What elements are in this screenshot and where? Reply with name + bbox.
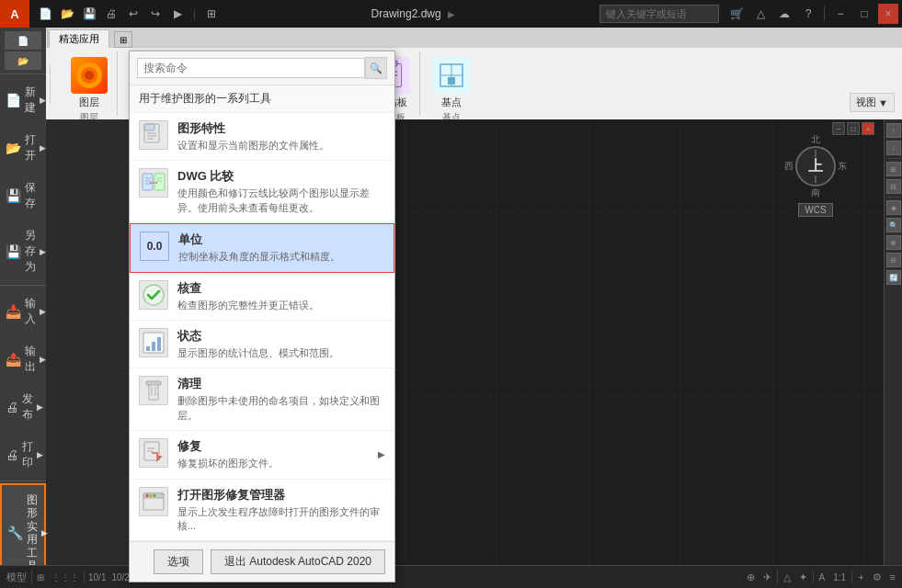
- help-btn[interactable]: ?: [798, 4, 818, 24]
- ribbon-toggle-btn[interactable]: ⊞: [114, 31, 132, 48]
- svg-rect-46: [146, 381, 161, 385]
- menu-item-purge[interactable]: 清理 删除图形中未使用的命名项目，如块定义和图层。: [130, 368, 394, 431]
- layer-tool[interactable]: 图层: [69, 55, 109, 111]
- menu-item-properties[interactable]: 图形特性 设置和显示当前图形的文件属性。: [130, 113, 394, 161]
- svg-point-56: [154, 494, 156, 497]
- minimize-btn[interactable]: −: [830, 4, 851, 24]
- audit-icon: [139, 280, 168, 310]
- units-icon: 0.0: [140, 232, 169, 261]
- rtb-btn7[interactable]: ⊕: [886, 235, 901, 250]
- close-btn[interactable]: ×: [878, 4, 898, 24]
- sidebar-top-btn1[interactable]: 📄: [5, 31, 41, 50]
- menu-item-repair-manager[interactable]: 打开图形修复管理器 显示上次发生程序故障时打开的图形文件的审核...: [130, 480, 394, 542]
- logo-text: A: [10, 7, 18, 21]
- left-sidebar: 📄 📂 📄 新建 ▶ 📂 打开 ▶ 💾 保存 💾 另存为 ▶ 📥 输入: [0, 28, 46, 588]
- cloud-btn[interactable]: ☁: [774, 4, 794, 24]
- status-ratio-btn[interactable]: 1:1: [830, 572, 849, 582]
- menu-item-units[interactable]: 0.0 单位 控制坐标及角度的显示格式和精度。: [130, 223, 394, 272]
- ribbon-group-basepoint: 基点 基点: [424, 51, 479, 116]
- status-line1[interactable]: 10/1: [86, 572, 108, 582]
- sidebar-item-save[interactable]: 💾 保存: [0, 172, 46, 220]
- exit-button[interactable]: 退出 Autodesk AutoCAD 2020: [211, 549, 385, 574]
- options-button[interactable]: 选项: [154, 549, 203, 574]
- rtb-btn3[interactable]: ⊞: [886, 162, 901, 176]
- menu-item-recover[interactable]: 修复 修复损坏的图形文件。 ▶: [130, 431, 394, 479]
- menu-item-dwg-compare[interactable]: DWG 比较 使用颜色和修订云线比较两个图形以显示差异。使用前头来查看每组更改。: [130, 161, 394, 223]
- sidebar-item-open[interactable]: 📂 打开 ▶: [0, 124, 46, 172]
- sidebar-item-new[interactable]: 📄 新建 ▶: [0, 76, 46, 124]
- sidebar-item-publish[interactable]: 🖨 发布 ▶: [0, 383, 46, 431]
- rtb-btn5[interactable]: ◈: [886, 200, 901, 215]
- drawing-minimize-btn[interactable]: −: [832, 122, 845, 135]
- new-file-btn[interactable]: 📄: [35, 4, 55, 24]
- rtb-btn8[interactable]: ⊖: [886, 253, 901, 267]
- status-measure-btn[interactable]: ✦: [796, 571, 810, 583]
- status-settings-btn[interactable]: ⚙: [870, 571, 885, 583]
- compass-south-label: 南: [811, 187, 820, 199]
- status-grid[interactable]: ⊞: [34, 572, 47, 582]
- play-btn[interactable]: ▶: [167, 4, 188, 24]
- status-annotation-btn[interactable]: A: [816, 572, 828, 582]
- compass-east-label: 东: [838, 160, 847, 173]
- svg-rect-38: [143, 174, 153, 190]
- status-scale-btn[interactable]: △: [781, 571, 794, 583]
- drawing-restore-btn[interactable]: □: [847, 122, 860, 135]
- ribbon-group-layer: 图层 图层: [62, 51, 118, 116]
- sidebar-item-import[interactable]: 📥 输入 ▶: [0, 288, 46, 335]
- tab-jingxuan[interactable]: 精选应用: [49, 29, 109, 48]
- sidebar-item-print[interactable]: 🖨 打印 ▶: [0, 431, 46, 479]
- document-title: Drawing2.dwg ▶: [227, 7, 599, 20]
- triangle-btn[interactable]: △: [750, 4, 771, 24]
- drawing-close-btn[interactable]: ×: [862, 122, 874, 135]
- basepoint-group-label: 基点: [442, 111, 461, 119]
- maximize-btn[interactable]: □: [854, 4, 874, 24]
- right-toolbar: ↑ ↓ ⊞ ⊟ ◈ 🔍 ⊕ ⊖ 🔄: [884, 119, 902, 565]
- sidebar-item-export[interactable]: 📤 输出 ▶: [0, 335, 46, 383]
- rtb-btn1[interactable]: ↑: [886, 123, 901, 138]
- svg-rect-45: [149, 383, 158, 400]
- sidebar-top-btn2[interactable]: 📂: [5, 51, 41, 70]
- status-more-btn[interactable]: ≡: [887, 571, 898, 582]
- extra-btn1[interactable]: ⊞: [201, 4, 222, 24]
- global-search-input[interactable]: [599, 5, 719, 23]
- svg-point-40: [143, 285, 164, 305]
- status-crosshair-btn[interactable]: ⊕: [744, 571, 758, 583]
- sidebar-item-saveas[interactable]: 💾 另存为 ▶: [0, 220, 46, 283]
- rtb-btn4[interactable]: ⊟: [886, 179, 901, 194]
- save-btn[interactable]: 💾: [79, 4, 99, 24]
- print-btn[interactable]: 🖨: [101, 4, 121, 24]
- undo-btn[interactable]: ↩: [123, 4, 143, 24]
- properties-file-icon: [139, 120, 168, 150]
- recover-icon: [139, 438, 168, 468]
- rtb-btn6[interactable]: 🔍: [886, 218, 901, 232]
- purge-icon: [139, 376, 168, 405]
- status-plus-btn[interactable]: +: [855, 571, 866, 582]
- rtb-btn9[interactable]: 🔄: [886, 270, 901, 285]
- view-dropdown[interactable]: 视图 ▼: [850, 93, 895, 112]
- search-button[interactable]: 🔍: [365, 57, 387, 79]
- menu-item-audit[interactable]: 核查 检查图形的完整性并更正错误。: [130, 273, 394, 321]
- status-snap[interactable]: ⋮⋮⋮: [49, 572, 82, 582]
- basepoint-label: 基点: [441, 96, 462, 109]
- layer-group-label: 图层: [80, 111, 98, 119]
- svg-point-55: [150, 494, 153, 497]
- status-nav-btn[interactable]: ✈: [760, 571, 774, 583]
- wcs-button[interactable]: WCS: [798, 203, 832, 217]
- rtb-btn2[interactable]: ↓: [886, 141, 901, 155]
- redo-btn[interactable]: ↪: [145, 4, 166, 24]
- layer-icon: [71, 57, 108, 94]
- status-model[interactable]: 模型: [4, 571, 29, 584]
- header-search: [599, 5, 719, 23]
- compass-face: 上: [808, 157, 823, 176]
- compass-circle[interactable]: 上: [795, 146, 836, 187]
- basepoint-tool[interactable]: 基点: [431, 55, 472, 111]
- command-search-input[interactable]: [137, 58, 365, 78]
- menu-item-status[interactable]: 状态 显示图形的统计信息、模式和范围。: [130, 321, 394, 368]
- panel-footer: 选项 退出 Autodesk AutoCAD 2020: [130, 541, 394, 582]
- cart-btn[interactable]: 🛒: [726, 4, 747, 24]
- panel-title: 用于维护图形的一系列工具: [130, 85, 394, 113]
- menu-items-list: 图形特性 设置和显示当前图形的文件属性。 DWG 比较 使用颜色和修订云线比较两…: [130, 113, 394, 541]
- open-file-btn[interactable]: 📂: [57, 4, 77, 24]
- compass-widget: 北 西 上 东 南 WCS: [784, 133, 847, 217]
- app-logo[interactable]: A: [0, 0, 29, 28]
